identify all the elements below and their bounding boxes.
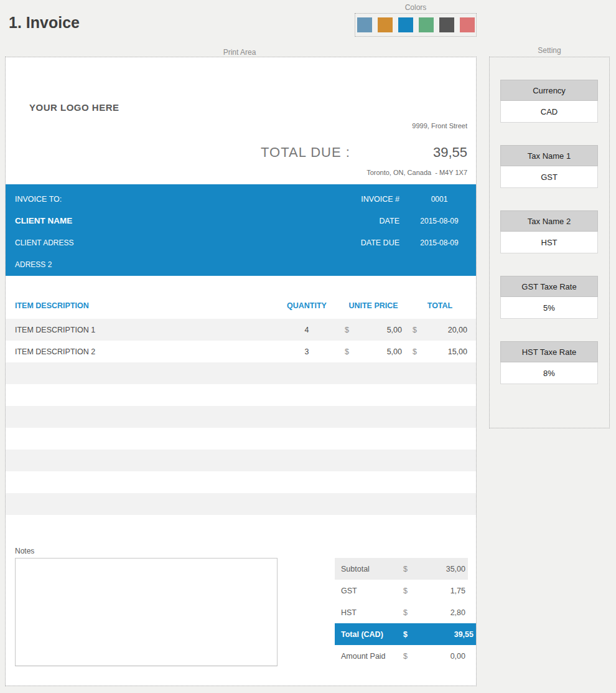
client-name-field[interactable]: CLIENT NAME [15, 210, 73, 232]
invoice-meta: INVOICE # 0001 DATE 2015-08-09 DATE DUE … [242, 188, 468, 253]
color-swatch-green[interactable] [419, 17, 434, 32]
gst-value: 1,75 [412, 587, 465, 595]
gst-row: GST $ 1,75 [335, 580, 468, 601]
client-info-block: INVOICE TO: CLIENT NAME CLIENT ADRESS AD… [6, 184, 476, 276]
setting-tax-name-1: Tax Name 1 GST [500, 145, 598, 188]
setting-tax-name-1-label: Tax Name 1 [500, 145, 598, 166]
header-unit-price: UNITE PRICE [345, 301, 402, 310]
invoice-date-row: DATE 2015-08-09 [242, 210, 468, 232]
total-due-label: TOTAL DUE : [261, 144, 350, 161]
settings-panel: Currency CAD Tax Name 1 GST Tax Name 2 H… [489, 57, 610, 428]
setting-currency-value[interactable]: CAD [500, 101, 598, 123]
settings-panel-label: Setting [489, 46, 610, 55]
table-row-empty[interactable] [6, 362, 476, 384]
hst-value: 2,80 [412, 608, 465, 617]
table-row-empty[interactable] [6, 471, 476, 493]
amount-paid-row: Amount Paid $ 0,00 [335, 645, 468, 667]
color-swatch-steel-blue[interactable] [357, 17, 372, 32]
table-row-empty[interactable] [6, 493, 476, 515]
hst-row: HST $ 2,80 [335, 601, 468, 623]
header-total: TOTAL [413, 301, 467, 310]
item-unit-price-cell[interactable]: $ 5,00 [345, 347, 402, 356]
unit-price-value: 5,00 [387, 326, 402, 334]
currency-symbol: $ [403, 608, 412, 617]
item-total-value: 20,00 [448, 326, 467, 334]
client-address-field[interactable]: CLIENT ADRESS [15, 232, 73, 253]
client-details: INVOICE TO: CLIENT NAME CLIENT ADRESS AD… [15, 188, 73, 275]
color-swatch-orange[interactable] [378, 17, 393, 32]
invoice-to-label: INVOICE TO: [15, 188, 73, 210]
total-due-value: 39,55 [433, 144, 467, 161]
total-due-row: TOTAL DUE : 39,55 [261, 144, 467, 161]
setting-hst-rate-label: HST Taxe Rate [500, 341, 598, 362]
setting-gst-rate: GST Taxe Rate 5% [500, 276, 598, 319]
grand-total-label: Total (CAD) [341, 630, 403, 639]
print-area-label: Print Area [0, 48, 479, 57]
setting-gst-rate-label: GST Taxe Rate [500, 276, 598, 297]
amount-paid-value[interactable]: 0,00 [412, 652, 465, 661]
table-row-empty[interactable] [6, 384, 476, 406]
header-quantity: QUANTITY [279, 301, 335, 310]
setting-tax-name-2-label: Tax Name 2 [500, 210, 598, 232]
color-swatch-dark-gray[interactable] [439, 17, 454, 32]
notes-label: Notes [15, 547, 34, 555]
invoice-number-label: INVOICE # [242, 195, 399, 204]
currency-symbol: $ [403, 630, 412, 639]
unit-price-value: 5,00 [387, 347, 402, 356]
table-row-empty[interactable] [6, 515, 476, 537]
invoice-date-due-label: DATE DUE [242, 238, 399, 247]
setting-hst-rate-value[interactable]: 8% [500, 362, 598, 384]
invoice-date-due-row: DATE DUE 2015-08-09 [242, 232, 468, 253]
gst-label: GST [341, 587, 403, 595]
invoice-date-label: DATE [242, 217, 399, 225]
amount-paid-label: Amount Paid [341, 652, 403, 661]
setting-gst-rate-value[interactable]: 5% [500, 297, 598, 319]
subtotal-value: 35,00 [412, 565, 465, 573]
address-line-city: Toronto, ON, Canada - M4Y 1X7 [366, 165, 467, 181]
table-row-empty[interactable] [6, 450, 476, 471]
client-address2-field[interactable]: ADRESS 2 [15, 253, 73, 275]
setting-currency-label: Currency [500, 80, 598, 101]
setting-tax-name-2: Tax Name 2 HST [500, 210, 598, 253]
currency-symbol: $ [403, 565, 412, 573]
table-row-empty[interactable] [6, 406, 476, 428]
currency-symbol: $ [403, 652, 412, 661]
item-unit-price-cell[interactable]: $ 5,00 [345, 326, 402, 334]
item-description-cell[interactable]: ITEM DESCRIPTION 2 [6, 347, 279, 356]
setting-hst-rate: HST Taxe Rate 8% [500, 341, 598, 384]
invoice-date-due-value[interactable]: 2015-08-09 [411, 238, 468, 247]
invoice-number-value[interactable]: 0001 [411, 195, 468, 204]
items-table-header: ITEM DESCRIPTION QUANTITY UNITE PRICE TO… [6, 293, 476, 319]
currency-symbol: $ [403, 587, 412, 595]
setting-tax-name-2-value[interactable]: HST [500, 232, 598, 253]
setting-tax-name-1-value[interactable]: GST [500, 166, 598, 188]
notes-input[interactable] [15, 558, 278, 666]
item-total-value: 15,00 [448, 347, 467, 356]
item-total-cell: $ 20,00 [413, 326, 467, 334]
currency-symbol: $ [345, 347, 349, 356]
setting-currency: Currency CAD [500, 80, 598, 123]
invoice-date-value[interactable]: 2015-08-09 [411, 217, 468, 225]
page-title: 1. Invoice [9, 14, 80, 32]
subtotal-label: Subtotal [341, 565, 403, 573]
invoice-print-area: YOUR LOGO HERE 9999, Front Street Toront… [5, 57, 477, 686]
currency-symbol: $ [413, 347, 417, 356]
colors-panel-label: Colors [355, 3, 477, 12]
table-row[interactable]: ITEM DESCRIPTION 2 3 $ 5,00 $ 15,00 [6, 341, 476, 362]
logo-placeholder[interactable]: YOUR LOGO HERE [29, 102, 119, 113]
table-row[interactable]: ITEM DESCRIPTION 1 4 $ 5,00 $ 20,00 [6, 319, 476, 341]
item-quantity-cell[interactable]: 3 [279, 347, 335, 356]
address-line-street: 9999, Front Street [366, 118, 467, 134]
colors-panel [355, 13, 477, 37]
invoice-number-row: INVOICE # 0001 [242, 188, 468, 210]
color-swatch-salmon[interactable] [460, 17, 475, 32]
item-quantity-cell[interactable]: 4 [279, 326, 335, 334]
item-description-cell[interactable]: ITEM DESCRIPTION 1 [6, 326, 279, 334]
totals-block: Subtotal $ 35,00 GST $ 1,75 HST $ 2,80 T… [335, 558, 476, 667]
grand-total-row: Total (CAD) $ 39,55 [335, 623, 476, 645]
table-row-empty[interactable] [6, 428, 476, 450]
currency-symbol: $ [413, 326, 417, 334]
items-table-body: ITEM DESCRIPTION 1 4 $ 5,00 $ 20,00 ITEM… [6, 319, 476, 537]
color-swatch-blue[interactable] [398, 17, 413, 32]
header-item-description: ITEM DESCRIPTION [6, 301, 279, 310]
